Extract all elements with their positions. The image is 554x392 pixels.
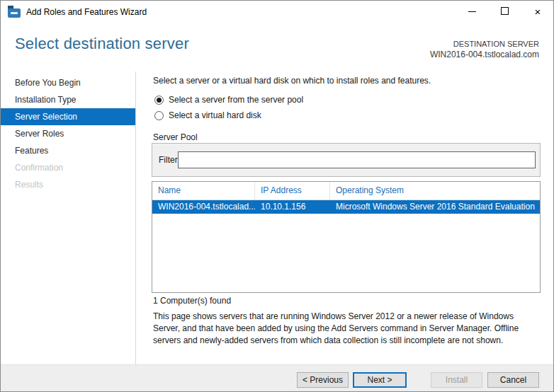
- sidebar-divider: [135, 71, 136, 364]
- radio-unselected-icon: [154, 111, 164, 120]
- sidebar-item-results: Results: [1, 176, 135, 193]
- column-header-operating-system[interactable]: Operating System: [330, 182, 540, 200]
- page-title: Select destination server: [15, 35, 189, 53]
- table-row-selected[interactable]: WIN2016-004.tstlocalad.... 10.10.1.156 M…: [152, 200, 540, 214]
- maximize-icon: [501, 7, 509, 15]
- minimize-icon: [468, 11, 476, 12]
- cancel-button[interactable]: Cancel: [487, 372, 539, 388]
- server-pool-label: Server Pool: [153, 132, 198, 142]
- table-header-row: Name IP Address Operating System: [152, 182, 540, 200]
- sidebar-item-before-you-begin[interactable]: Before You Begin: [1, 74, 135, 91]
- filter-input[interactable]: [178, 151, 536, 168]
- cell-ip-address: 10.10.1.156: [255, 200, 330, 214]
- maximize-button[interactable]: [489, 1, 521, 23]
- destination-server-label: DESTINATION SERVER: [430, 39, 539, 50]
- install-button: Install: [431, 372, 482, 388]
- sidebar-item-installation-type[interactable]: Installation Type: [1, 91, 135, 108]
- add-roles-features-wizard-window: Add Roles and Features Wizard × Select d…: [0, 0, 554, 392]
- column-header-ip-address[interactable]: IP Address: [255, 182, 330, 200]
- server-pool-table: Name IP Address Operating System WIN2016…: [152, 181, 541, 293]
- close-button[interactable]: ×: [521, 1, 554, 23]
- radio-select-server-pool[interactable]: Select a server from the server pool: [154, 95, 303, 105]
- previous-button[interactable]: < Previous: [297, 372, 349, 388]
- window-title: Add Roles and Features Wizard: [26, 1, 147, 23]
- destination-server-value: WIN2016-004.tstlocalad.com: [430, 50, 539, 60]
- radio-selected-icon: [154, 96, 164, 105]
- footer-bar: < Previous Next > Install Cancel: [1, 364, 553, 392]
- sidebar-item-features[interactable]: Features: [1, 142, 135, 159]
- page-description-text: This page shows servers that are running…: [153, 311, 542, 347]
- sidebar-item-server-selection[interactable]: Server Selection: [1, 108, 135, 125]
- wizard-steps-sidebar: Before You Begin Installation Type Serve…: [1, 74, 135, 193]
- minimize-button[interactable]: [456, 1, 489, 23]
- server-manager-icon: [8, 6, 21, 18]
- radio-label: Select a server from the server pool: [169, 95, 303, 105]
- filter-label: Filter:: [159, 155, 180, 165]
- title-bar[interactable]: Add Roles and Features Wizard ×: [1, 1, 553, 23]
- computers-found-text: 1 Computer(s) found: [153, 296, 231, 306]
- column-header-name[interactable]: Name: [152, 182, 255, 200]
- cell-operating-system: Microsoft Windows Server 2016 Standard E…: [330, 200, 540, 214]
- destination-server-block: DESTINATION SERVER WIN2016-004.tstlocala…: [430, 39, 539, 60]
- server-pool-groupbox: Filter:: [152, 143, 541, 177]
- radio-label: Select a virtual hard disk: [169, 110, 261, 120]
- sidebar-item-server-roles[interactable]: Server Roles: [1, 125, 135, 142]
- next-button[interactable]: Next >: [353, 372, 407, 388]
- sidebar-item-confirmation: Confirmation: [1, 159, 135, 176]
- cell-server-name: WIN2016-004.tstlocalad....: [152, 200, 255, 214]
- intro-text: Select a server or a virtual hard disk o…: [153, 76, 541, 86]
- radio-select-virtual-hard-disk[interactable]: Select a virtual hard disk: [154, 110, 261, 120]
